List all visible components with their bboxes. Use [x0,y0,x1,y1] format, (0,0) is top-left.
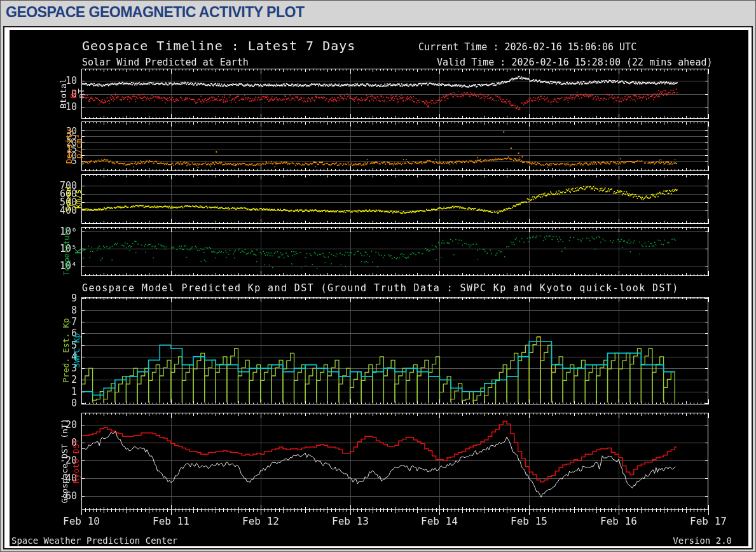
chart-title: Geospace Timeline : Latest 7 Days [82,38,355,53]
axis-label-temperature: Temperature [62,200,72,302]
axis-label-temperature-units: K [73,200,83,302]
x-tick-feb13: Feb 13 [332,515,369,527]
axis-label-swpc-kp: SWPC Kp [72,300,82,401]
x-tick-feb17: Feb 17 [690,515,727,527]
axis-label-kyoto-dst: Kyoto DST [71,410,81,512]
kp-dst-section-title: Geospace Model Predicted Kp and DST (Gro… [82,282,679,294]
axis-label-geospace-dst: Geospace DST (nT) [60,410,70,512]
axis-label-pred-kp: Pred. Est. Kp [61,300,71,401]
page-header: GEOSPACE GEOMAGNETIC ACTIVITY PLOT [1,1,755,25]
footer-version: Version 2.0 [673,535,732,546]
current-time-label: Current Time : 2026-02-16 15:06:06 UTC [418,41,636,53]
x-tick-feb12: Feb 12 [242,515,279,527]
plot-frame: Geospace Timeline : Latest 7 Days Curren… [3,26,753,549]
x-tick-feb15: Feb 15 [511,515,547,527]
x-tick-feb16: Feb 16 [600,515,637,527]
x-tick-feb11: Feb 11 [153,515,189,527]
page-title: GEOSPACE GEOMAGNETIC ACTIVITY PLOT [6,4,304,21]
footer-swpc: Space Weather Prediction Center [11,535,177,546]
plot-area: Geospace Timeline : Latest 7 Days Curren… [10,30,748,546]
geospace-activity-page: GEOSPACE GEOMAGNETIC ACTIVITY PLOT Geosp… [0,0,756,552]
x-tick-feb14: Feb 14 [421,515,458,527]
solar-wind-subtitle: Solar Wind Predicted at Earth [82,57,249,68]
valid-time-label: Valid Time : 2026-02-16 15:28:00 (22 min… [437,57,712,68]
x-tick-feb10: Feb 10 [63,515,100,527]
